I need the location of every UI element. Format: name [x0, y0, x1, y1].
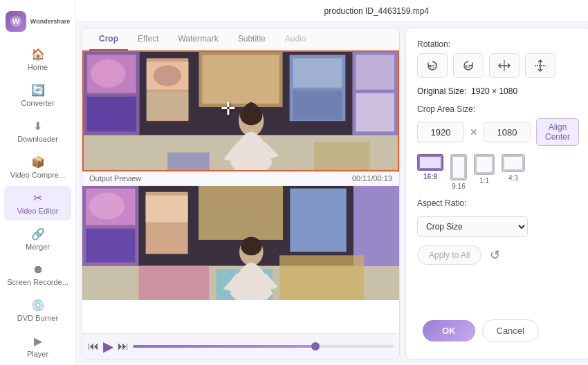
aspect-presets: 16:9 9:16	[417, 154, 579, 190]
converter-icon: 🔄	[31, 84, 45, 97]
reset-button[interactable]: ↺	[490, 247, 500, 263]
output-preview-bar: Output Preview 00:11/00:13	[82, 171, 399, 186]
svg-rect-37	[279, 255, 364, 300]
svg-rect-22	[167, 153, 210, 171]
skip-back-button[interactable]: ⏮	[88, 340, 99, 353]
svg-rect-48	[419, 156, 441, 169]
sidebar-item-screen-recorder[interactable]: ⏺ Screen Recorde...	[4, 258, 71, 292]
svg-text:90°: 90°	[465, 64, 472, 69]
video-preview-top: ✛	[82, 50, 399, 171]
screen-recorder-icon: ⏺	[33, 263, 44, 276]
svg-rect-17	[356, 55, 394, 89]
crop-area-label: Crop Area Size:	[417, 104, 579, 114]
dialog-area: Crop Effect Watermark Subtitle Audio	[76, 22, 588, 365]
aspect-icon-4-3	[502, 154, 525, 172]
logo-icon: W	[6, 11, 26, 32]
aspect-preset-1-1[interactable]: 1:1	[474, 154, 495, 190]
top-video-frame	[84, 52, 398, 171]
svg-rect-23	[314, 142, 370, 171]
progress-thumb	[311, 342, 320, 350]
aspect-icon-9-16	[450, 154, 467, 180]
crop-size-row: ✕ Align Center	[417, 118, 579, 146]
sidebar-item-compress[interactable]: 📦 Video Compre...	[4, 150, 71, 185]
skip-forward-button[interactable]: ⏭	[118, 340, 129, 353]
align-center-button[interactable]: Align Center	[536, 118, 579, 146]
cancel-button[interactable]: Cancel	[482, 319, 539, 342]
svg-point-9	[154, 65, 181, 86]
svg-rect-32	[290, 189, 346, 252]
main-content: production ID_4463159.mp4 ≡ — □ ✕ Crop E…	[76, 0, 588, 365]
rotate-cw-button[interactable]: 90°	[453, 53, 484, 78]
aspect-label-16-9: 16:9	[423, 173, 437, 180]
aspect-icon-1-1	[474, 154, 495, 175]
flip-horizontal-button[interactable]	[489, 53, 520, 78]
sidebar-item-downloader-label: Downloader	[17, 135, 58, 143]
crop-height-input[interactable]	[484, 122, 531, 142]
window-title: production ID_4463159.mp4	[125, 6, 588, 16]
progress-bar[interactable]	[133, 345, 394, 348]
svg-rect-15	[293, 91, 342, 120]
sidebar-item-downloader[interactable]: ⬇ Downloader	[4, 114, 71, 149]
editor-tabs: Crop Effect Watermark Subtitle Audio	[82, 28, 399, 50]
tab-audio: Audio	[275, 28, 316, 50]
home-icon: 🏠	[31, 48, 45, 61]
aspect-label-4-3: 4:3	[508, 174, 518, 182]
play-button[interactable]: ▶	[103, 338, 113, 355]
sidebar-item-dvd[interactable]: 💿 DVD Burner	[4, 293, 71, 328]
crop-sections: Rotation: 90°	[417, 39, 579, 265]
svg-rect-49	[452, 156, 465, 178]
downloader-icon: ⬇	[33, 120, 42, 133]
aspect-preset-4-3[interactable]: 4:3	[502, 154, 525, 190]
tab-watermark[interactable]: Watermark	[168, 28, 228, 50]
aspect-ratio-select[interactable]: Crop Size 16:9 9:16 1:1 4:3 21:9	[417, 216, 528, 237]
svg-rect-33	[353, 186, 399, 266]
output-preview-label: Output Preview	[89, 174, 141, 182]
sidebar-item-video-editor-label: Video Editor	[17, 207, 59, 215]
playback-controls: ⏮ ▶ ⏭	[82, 333, 399, 359]
timecode: 00:11/00:13	[352, 174, 392, 182]
video-editor-icon: ✂	[33, 191, 42, 205]
sidebar-item-merger[interactable]: 🔗 Merger	[4, 222, 71, 256]
apply-all-button: Apply to All	[417, 245, 481, 265]
aspect-preset-16-9[interactable]: 16:9	[417, 154, 443, 190]
rotate-ccw-button[interactable]: 90°	[417, 53, 448, 78]
svg-rect-10	[147, 92, 189, 120]
flip-vertical-button[interactable]	[525, 53, 555, 78]
svg-text:90°: 90°	[429, 64, 437, 69]
rotation-row: 90° 90°	[417, 53, 579, 78]
app-name: Wondershare	[30, 18, 70, 26]
svg-text:W: W	[12, 17, 20, 26]
svg-rect-28	[86, 229, 135, 263]
sidebar-item-converter[interactable]: 🔄 Converter	[4, 78, 71, 113]
tab-subtitle[interactable]: Subtitle	[228, 28, 275, 50]
sidebar-item-home-label: Home	[28, 63, 48, 71]
dvd-icon: 💿	[31, 299, 45, 312]
aspect-ratio-label: Aspect Ratio:	[417, 198, 579, 208]
tab-effect[interactable]: Effect	[128, 28, 168, 50]
sidebar-item-video-editor[interactable]: ✂ Video Editor	[4, 186, 71, 221]
sidebar-item-screen-recorder-label: Screen Recorde...	[7, 278, 68, 286]
bottom-video-frame	[82, 186, 399, 300]
sidebar-item-player[interactable]: ▶ Player	[4, 329, 71, 364]
svg-rect-18	[356, 93, 394, 131]
sidebar-item-player-label: Player	[27, 350, 48, 358]
app-logo: W Wondershare	[0, 6, 75, 41]
crop-width-input[interactable]	[417, 122, 464, 142]
video-preview-bottom	[82, 186, 399, 333]
ok-cancel-row: OK Cancel	[417, 314, 579, 348]
sidebar-item-dvd-label: DVD Burner	[17, 314, 58, 322]
ok-button[interactable]: OK	[423, 320, 475, 341]
player-icon: ▶	[34, 335, 42, 348]
svg-rect-31	[199, 186, 283, 240]
aspect-presets-section: 16:9 9:16	[417, 154, 579, 190]
tab-crop[interactable]: Crop	[89, 28, 128, 50]
crop-panel: Rotation: 90°	[405, 28, 588, 359]
svg-rect-50	[476, 156, 493, 173]
compress-icon: 📦	[31, 156, 45, 169]
aspect-label-1-1: 1:1	[479, 177, 489, 185]
svg-point-27	[89, 193, 125, 220]
svg-point-39	[241, 237, 262, 255]
svg-rect-14	[293, 58, 342, 87]
aspect-preset-9-16[interactable]: 9:16	[450, 154, 467, 190]
sidebar-item-home[interactable]: 🏠 Home	[4, 42, 71, 77]
